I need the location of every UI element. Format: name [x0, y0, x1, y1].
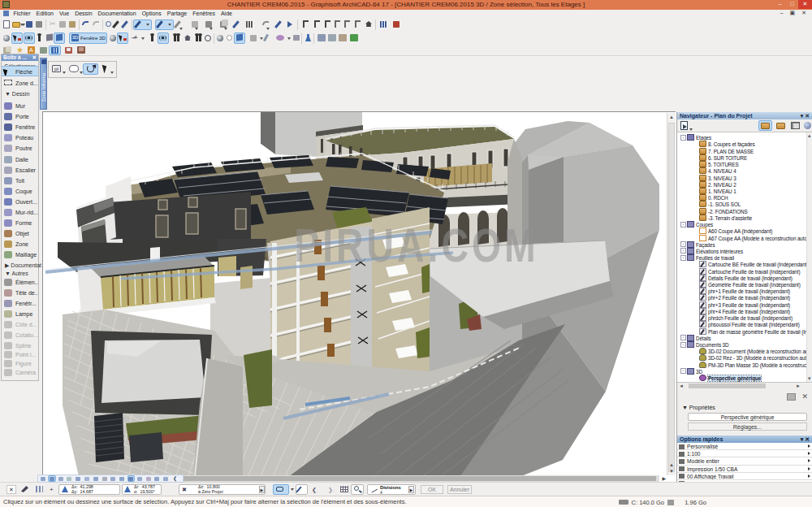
svg-text:PIRUA.COM: PIRUA.COM [294, 219, 538, 271]
